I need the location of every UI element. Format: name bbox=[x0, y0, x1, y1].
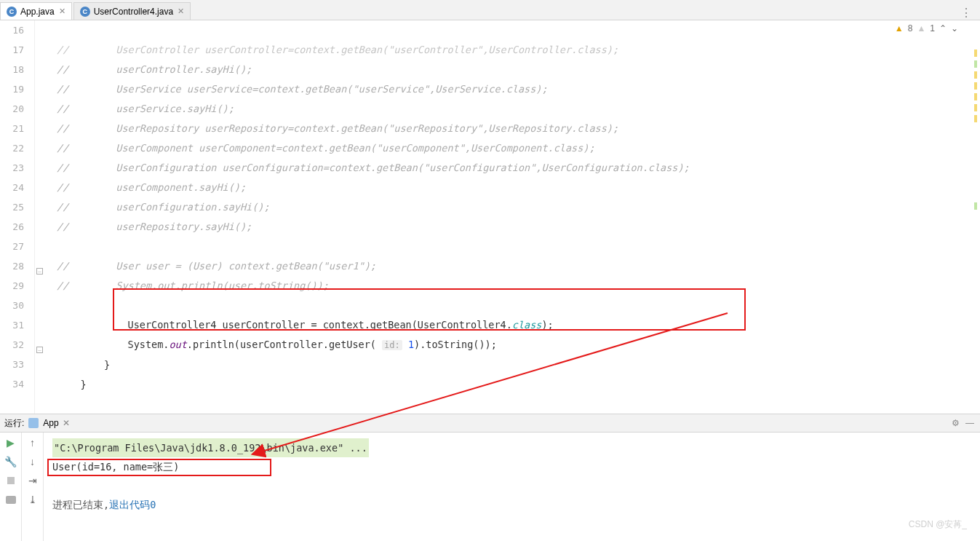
run-label: 运行: bbox=[4, 417, 24, 430]
stripe-marker[interactable] bbox=[974, 104, 977, 111]
stripe-marker[interactable] bbox=[974, 71, 977, 79]
error-stripe[interactable] bbox=[971, 20, 980, 224]
stripe-marker[interactable] bbox=[974, 93, 977, 100]
code-line: // userService.sayHi(); bbox=[57, 103, 234, 114]
run-panel-header: 运行: App ✕ ⚙ — bbox=[0, 414, 980, 433]
tab-label: UserController4.java bbox=[94, 7, 173, 17]
class-file-icon: C bbox=[80, 7, 90, 17]
chevron-up-icon[interactable]: ⌃ bbox=[939, 23, 947, 33]
up-icon[interactable]: ↑ bbox=[27, 437, 39, 449]
console-toolbar-layout: ↑ ↓ ⇥ ⤓ bbox=[22, 433, 44, 541]
code-line: // userConfiguration.sayHi(); bbox=[57, 201, 270, 213]
code-line: // UserComponent userComponent=context.g… bbox=[57, 142, 595, 154]
weak-warning-count: 1 bbox=[930, 23, 935, 33]
command-line: "C:\Program Files\Java\jdk1.8.0_192\bin\… bbox=[52, 438, 369, 457]
stripe-marker[interactable] bbox=[974, 60, 977, 68]
watermark-text: CSDN @安苒_ bbox=[909, 518, 967, 531]
down-icon[interactable]: ↓ bbox=[27, 456, 39, 467]
console-output[interactable]: "C:\Program Files\Java\jdk1.8.0_192\bin\… bbox=[44, 433, 980, 541]
parameter-hint: id: bbox=[382, 340, 402, 350]
code-editor[interactable]: 16 17 18 19 20 21 22 23 24 25 26 27 28 2… bbox=[0, 20, 980, 414]
code-content[interactable]: // UserController userController=context… bbox=[45, 20, 980, 414]
inspection-widget[interactable]: ▲ 8 ▲ 1 ⌃ ⌄ bbox=[895, 23, 958, 33]
code-line: // User user = (User) context.getBean("u… bbox=[57, 260, 376, 272]
tab-app-java[interactable]: C App.java ✕ bbox=[0, 2, 72, 20]
fold-strip[interactable]: – – bbox=[35, 20, 45, 414]
rerun-button[interactable]: ▶ bbox=[5, 437, 17, 449]
stripe-marker[interactable] bbox=[974, 115, 977, 122]
warning-icon[interactable]: ▲ bbox=[895, 23, 904, 33]
code-line: } bbox=[57, 359, 110, 371]
chevron-down-icon[interactable]: ⌄ bbox=[951, 23, 958, 33]
console-panel: ▶ 🔧 ↑ ↓ ⇥ ⤓ "C:\Program Files\Java\jdk1.… bbox=[0, 433, 980, 541]
editor-tabs: C App.java ✕ C UserController4.java ✕ ⋮ bbox=[0, 0, 980, 20]
tab-label: App.java bbox=[20, 7, 55, 17]
code-line: // UserService userService=context.getBe… bbox=[57, 83, 548, 95]
code-line: // UserRepository userRepository=context… bbox=[57, 122, 618, 134]
code-line: // System.out.println(user.toString()); bbox=[57, 280, 329, 291]
tab-usercontroller4[interactable]: C UserController4.java ✕ bbox=[73, 2, 191, 20]
class-file-icon: C bbox=[7, 7, 17, 17]
stripe-marker[interactable] bbox=[974, 202, 977, 210]
wrench-icon[interactable]: 🔧 bbox=[5, 456, 17, 467]
code-line: // UserConfiguration userConfiguration=c… bbox=[57, 162, 690, 173]
gear-icon[interactable]: ⚙ bbox=[952, 418, 960, 428]
code-line: System.out.println(userController.getUse… bbox=[57, 339, 497, 350]
close-icon[interactable]: ✕ bbox=[178, 7, 184, 16]
stripe-marker[interactable] bbox=[974, 50, 977, 57]
hide-icon[interactable]: — bbox=[965, 418, 974, 428]
run-config-icon bbox=[28, 418, 39, 428]
scroll-to-end-icon[interactable]: ⤓ bbox=[27, 494, 39, 505]
code-line: // userRepository.sayHi(); bbox=[57, 221, 252, 232]
warning-count: 8 bbox=[908, 23, 913, 33]
code-line: // userController.sayHi(); bbox=[57, 63, 252, 75]
code-line: // userComponent.sayHi(); bbox=[57, 181, 246, 193]
fold-marker-icon[interactable]: – bbox=[36, 347, 43, 353]
code-line: } bbox=[57, 379, 87, 390]
stripe-marker[interactable] bbox=[974, 82, 977, 90]
line-gutter: 16 17 18 19 20 21 22 23 24 25 26 27 28 2… bbox=[0, 20, 35, 414]
weak-warning-icon[interactable]: ▲ bbox=[917, 23, 925, 33]
more-options-icon[interactable]: ⋮ bbox=[960, 6, 973, 20]
soft-wrap-icon[interactable]: ⇥ bbox=[27, 475, 39, 486]
stop-button[interactable] bbox=[5, 475, 17, 486]
code-line: UserController4 userController = context… bbox=[57, 319, 554, 331]
close-icon[interactable]: ✕ bbox=[59, 7, 65, 16]
exit-message: 进程已结束,退出代码0 bbox=[52, 495, 971, 514]
output-line: User(id=16, name=张三) bbox=[52, 457, 971, 476]
code-line: // UserController userController=context… bbox=[57, 44, 618, 55]
camera-icon[interactable] bbox=[5, 494, 17, 505]
console-toolbar-actions: ▶ 🔧 bbox=[0, 433, 22, 541]
fold-marker-icon[interactable]: – bbox=[36, 268, 43, 275]
